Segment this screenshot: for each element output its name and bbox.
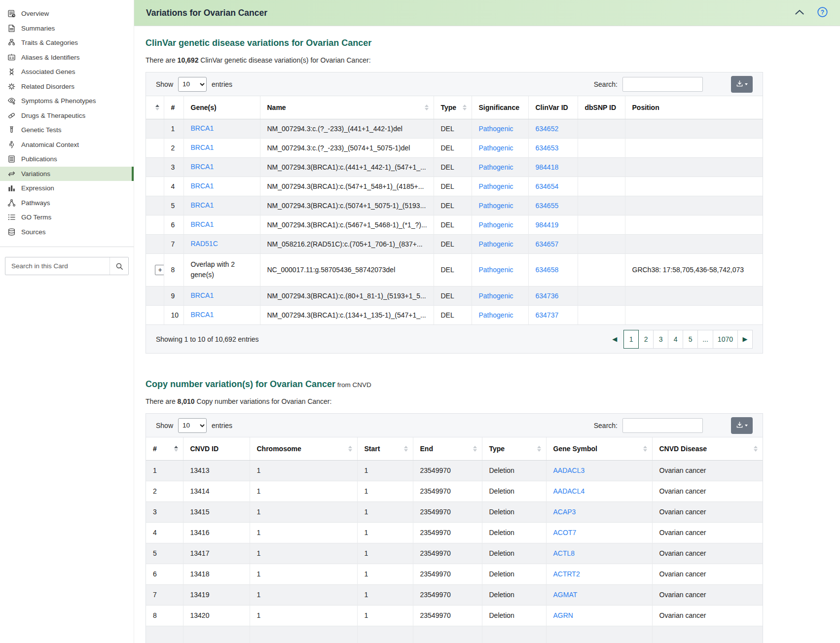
- sidebar-item-anatomical-context[interactable]: Anatomical Context: [0, 138, 134, 152]
- sidebar-item-drugs-therapeutics[interactable]: Drugs & Therapeutics: [0, 108, 134, 123]
- clinvar-id-link[interactable]: 634654: [536, 182, 559, 190]
- cnvd-heading-text: Copy number variation(s) for Ovarian Can…: [146, 379, 335, 389]
- next-page-button[interactable]: ▶: [737, 330, 753, 349]
- column-header[interactable]: Type: [434, 96, 472, 119]
- column-header[interactable]: Gene Symbol: [546, 437, 652, 460]
- gene-link[interactable]: BRCA1: [191, 163, 214, 171]
- sidebar-item-genetic-tests[interactable]: Genetic Tests: [0, 123, 134, 138]
- help-button[interactable]: ?: [817, 6, 828, 19]
- gene-link[interactable]: BRCA1: [191, 311, 214, 319]
- page-ellipsis[interactable]: ...: [697, 330, 713, 349]
- significance-link[interactable]: Pathogenic: [479, 163, 513, 171]
- cnvd-id-cell: 13413: [183, 460, 250, 481]
- collapse-button[interactable]: [794, 9, 805, 17]
- column-header[interactable]: #: [146, 437, 183, 460]
- clinvar-id-link[interactable]: 634655: [536, 202, 559, 210]
- column-header[interactable]: Chromosome: [250, 437, 357, 460]
- significance-link[interactable]: Pathogenic: [479, 125, 513, 133]
- sidebar-item-summaries[interactable]: Summaries: [0, 21, 134, 36]
- gene-symbol-link[interactable]: AADACL4: [553, 487, 585, 495]
- gene-symbol-link[interactable]: AGRN: [553, 611, 573, 619]
- column-label: Name: [267, 104, 286, 111]
- gene-link[interactable]: BRCA1: [191, 201, 214, 209]
- significance-link[interactable]: Pathogenic: [479, 182, 513, 190]
- gene-link[interactable]: RAD51C: [191, 240, 218, 248]
- significance-link[interactable]: Pathogenic: [479, 202, 513, 210]
- gene-link[interactable]: BRCA1: [191, 291, 214, 299]
- gene-link[interactable]: BRCA1: [191, 182, 214, 190]
- column-header[interactable]: dbSNP ID: [578, 96, 625, 119]
- gene-link[interactable]: BRCA1: [191, 124, 214, 132]
- sidebar-item-aliases-identifiers[interactable]: Aliases & Identifiers: [0, 50, 134, 65]
- table-search-input[interactable]: [622, 418, 703, 433]
- significance-link[interactable]: Pathogenic: [479, 292, 513, 300]
- sidebar-item-traits-categories[interactable]: Traits & Categories: [0, 36, 134, 50]
- clinvar-id-link[interactable]: 984418: [536, 163, 559, 171]
- row-number: 6: [164, 215, 183, 234]
- sidebar-item-expression[interactable]: Expression: [0, 181, 134, 196]
- sidebar-item-publications[interactable]: Publications: [0, 152, 134, 167]
- page-size-select[interactable]: 10: [178, 77, 207, 92]
- download-button[interactable]: [731, 76, 753, 93]
- column-header[interactable]: ClinVar ID: [528, 96, 578, 119]
- sidebar-item-related-disorders[interactable]: Related Disorders: [0, 79, 134, 94]
- clinvar-id-link[interactable]: 634736: [536, 292, 559, 300]
- significance-link[interactable]: Pathogenic: [479, 144, 513, 152]
- column-label: Type: [441, 104, 457, 111]
- column-header[interactable]: CNVD Disease: [652, 437, 763, 460]
- gene-link[interactable]: BRCA1: [191, 143, 214, 151]
- sidebar-item-associated-genes[interactable]: Associated Genes: [0, 65, 134, 79]
- significance-link[interactable]: Pathogenic: [479, 240, 513, 248]
- search-button[interactable]: [110, 257, 128, 275]
- gene-symbol-link[interactable]: AADACL3: [553, 466, 585, 474]
- sidebar-item-overview[interactable]: Overview: [0, 6, 134, 21]
- gene-symbol-link[interactable]: ACAP3: [553, 508, 576, 516]
- significance-link[interactable]: Pathogenic: [479, 221, 513, 229]
- page-title: Variations for Ovarian Cancer: [146, 8, 267, 18]
- page-button[interactable]: 1070: [713, 330, 738, 349]
- column-header[interactable]: Gene(s): [183, 96, 260, 119]
- clinvar-id-cell: 634658: [528, 253, 578, 286]
- page-button[interactable]: 1: [623, 330, 639, 349]
- sidebar-item-variations[interactable]: Variations: [0, 167, 134, 181]
- column-header[interactable]: Position: [625, 96, 763, 119]
- sidebar-item-go-terms[interactable]: GO Terms: [0, 210, 134, 225]
- clinvar-id-link[interactable]: 634658: [536, 266, 559, 274]
- column-header[interactable]: Type: [482, 437, 546, 460]
- previous-page-button[interactable]: ◀: [610, 333, 619, 345]
- column-header[interactable]: Start: [357, 437, 413, 460]
- page-button[interactable]: 4: [668, 330, 683, 349]
- clinvar-id-link[interactable]: 634737: [536, 311, 559, 319]
- variation-name: NM_007294.3:c.(?_-233)_(441+1_442-1)del: [260, 119, 434, 138]
- column-header[interactable]: Significance: [472, 96, 528, 119]
- significance-link[interactable]: Pathogenic: [479, 311, 513, 319]
- column-header[interactable]: [146, 96, 164, 119]
- sidebar-item-sources[interactable]: Sources: [0, 225, 134, 240]
- download-button[interactable]: [731, 417, 753, 434]
- page-size-select[interactable]: 10: [178, 418, 207, 433]
- end-cell: 23549970: [413, 564, 482, 584]
- table-search-input[interactable]: [622, 77, 703, 92]
- gene-symbol-link[interactable]: ACTL8: [553, 549, 575, 557]
- page-button[interactable]: 2: [638, 330, 654, 349]
- column-header[interactable]: CNVD ID: [183, 437, 250, 460]
- page-button[interactable]: 5: [683, 330, 698, 349]
- clinvar-id-link[interactable]: 634653: [536, 144, 559, 152]
- significance-link[interactable]: Pathogenic: [479, 266, 513, 274]
- column-header[interactable]: End: [413, 437, 482, 460]
- column-label: Start: [365, 445, 380, 453]
- sidebar-item-pathways[interactable]: Pathways: [0, 196, 134, 211]
- expand-row-button[interactable]: +: [155, 265, 164, 275]
- clinvar-id-link[interactable]: 634652: [536, 125, 559, 133]
- gene-symbol-link[interactable]: ACTRT2: [553, 570, 580, 578]
- column-header[interactable]: Name: [260, 96, 434, 119]
- page-button[interactable]: 3: [653, 330, 668, 349]
- gene-symbol-link[interactable]: ACOT7: [553, 529, 577, 536]
- gene-link[interactable]: BRCA1: [191, 220, 214, 228]
- row-number: 2: [164, 138, 183, 157]
- clinvar-id-link[interactable]: 984419: [536, 221, 559, 229]
- gene-symbol-link[interactable]: AGMAT: [553, 591, 578, 599]
- sidebar-item-symptoms-phenotypes[interactable]: Symptoms & Phenotypes: [0, 94, 134, 108]
- column-header[interactable]: #: [164, 96, 183, 119]
- clinvar-id-link[interactable]: 634657: [536, 240, 559, 248]
